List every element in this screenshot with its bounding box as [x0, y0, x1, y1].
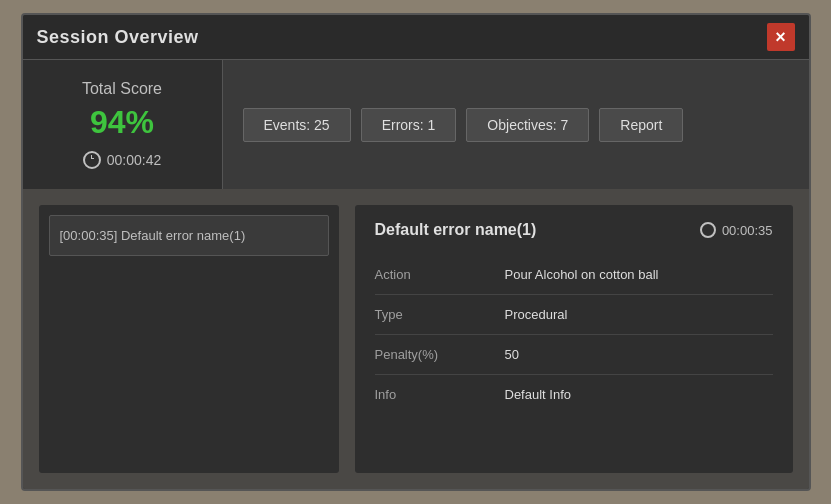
type-value: Procedural [505, 307, 568, 322]
detail-row-info: Info Default Info [375, 375, 773, 414]
modal-header: Session Overview × [23, 15, 809, 60]
detail-row-type: Type Procedural [375, 295, 773, 335]
detail-header: Default error name(1) 00:00:35 [375, 221, 773, 239]
report-button[interactable]: Report [599, 108, 683, 142]
objectives-button[interactable]: Objectives: 7 [466, 108, 589, 142]
events-button[interactable]: Events: 25 [243, 108, 351, 142]
timer-value: 00:00:42 [107, 152, 162, 168]
info-key: Info [375, 387, 505, 402]
timer-icon [83, 151, 101, 169]
score-panel: Total Score 94% 00:00:42 [23, 60, 223, 189]
detail-title: Default error name(1) [375, 221, 537, 239]
error-item[interactable]: [00:00:35] Default error name(1) [49, 215, 329, 256]
errors-list: [00:00:35] Default error name(1) [39, 205, 339, 473]
detail-row-penalty: Penalty(%) 50 [375, 335, 773, 375]
type-key: Type [375, 307, 505, 322]
clock-icon [700, 222, 716, 238]
modal-title: Session Overview [37, 27, 199, 48]
detail-panel: Default error name(1) 00:00:35 Action Po… [355, 205, 793, 473]
session-overview-modal: Session Overview × Total Score 94% 00:00… [21, 13, 811, 491]
detail-time: 00:00:35 [700, 222, 773, 238]
nav-panel: Events: 25 Errors: 1 Objectives: 7 Repor… [223, 60, 809, 189]
penalty-key: Penalty(%) [375, 347, 505, 362]
score-value: 94% [90, 104, 154, 141]
penalty-value: 50 [505, 347, 519, 362]
detail-time-value: 00:00:35 [722, 223, 773, 238]
top-section: Total Score 94% 00:00:42 Events: 25 Erro… [23, 60, 809, 189]
score-label: Total Score [82, 80, 162, 98]
close-button[interactable]: × [767, 23, 795, 51]
action-value: Pour Alcohol on cotton ball [505, 267, 659, 282]
errors-button[interactable]: Errors: 1 [361, 108, 457, 142]
content-section: [00:00:35] Default error name(1) Default… [23, 189, 809, 489]
info-value: Default Info [505, 387, 572, 402]
timer: 00:00:42 [83, 151, 162, 169]
action-key: Action [375, 267, 505, 282]
detail-row-action: Action Pour Alcohol on cotton ball [375, 255, 773, 295]
